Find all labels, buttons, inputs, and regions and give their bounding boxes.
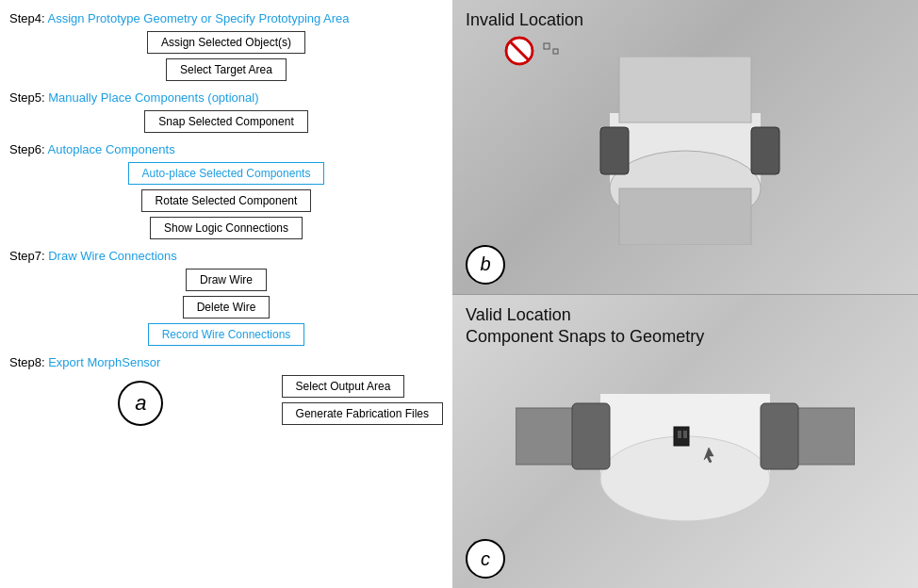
step4-heading: Step4: Assign Prototype Geometry or Spec… [9,11,443,25]
step7-main: Draw Wire Connections [48,249,177,263]
generate-fabrication-files-button[interactable]: Generate Fabrication Files [282,402,443,425]
svg-rect-8 [600,127,629,174]
connector-body-bottom [516,342,855,531]
step5-optional: (optional) [205,90,259,105]
select-target-area-button[interactable]: Select Target Area [166,58,287,81]
svg-rect-10 [619,57,751,122]
record-wire-connections-button[interactable]: Record Wire Connections [148,323,305,346]
circle-a-label: a [118,381,163,426]
step4-main: Assign Prototype Geometry or Specify Pro… [47,11,349,25]
autoplace-selected-components-button[interactable]: Auto-place Selected Components [128,162,325,185]
svg-rect-11 [619,188,751,245]
step4-prefix: Step4: [9,11,47,25]
connector-body-top [525,57,845,245]
circle-b-label: b [466,245,505,285]
step7-prefix: Step7: [9,249,48,263]
svg-rect-20 [678,431,681,438]
svg-point-16 [600,436,770,521]
step5-main: Manually Place Components [48,90,204,105]
rotate-selected-component-button[interactable]: Rotate Selected Component [141,189,312,212]
svg-rect-4 [553,49,558,54]
snap-selected-component-button[interactable]: Snap Selected Component [144,110,307,133]
step5-heading: Step5: Manually Place Components (option… [9,90,443,105]
invalid-location-label: Invalid Location [466,9,583,31]
step7-section: Step7: Draw Wire Connections Draw Wire D… [9,249,443,346]
step7-heading: Step7: Draw Wire Connections [9,249,443,263]
step8-section: Step8: Export MorphSensor a Select Outpu… [9,355,443,430]
invalid-location-image: Invalid Location b [452,0,918,294]
step5-section: Step5: Manually Place Components (option… [9,90,443,133]
svg-rect-17 [572,403,610,469]
step4-section: Step4: Assign Prototype Geometry or Spec… [9,11,443,81]
step6-section: Step6: Autoplace Components Auto-place S… [9,142,443,239]
step6-main: Autoplace Components [47,142,174,156]
circle-c-label: c [466,539,505,579]
svg-rect-3 [544,43,549,49]
left-panel: Step4: Assign Prototype Geometry or Spec… [0,0,452,588]
step5-prefix: Step5: [9,90,48,105]
svg-rect-18 [761,403,798,469]
select-output-area-button[interactable]: Select Output Area [282,375,405,398]
svg-rect-9 [751,127,779,174]
step6-heading: Step6: Autoplace Components [9,142,443,156]
svg-rect-21 [683,431,687,438]
step6-prefix: Step6: [9,142,47,156]
step8-main: Export MorphSensor [48,355,160,369]
show-logic-connections-button[interactable]: Show Logic Connections [150,217,303,239]
step8-prefix: Step8: [9,355,48,369]
assign-selected-objects-button[interactable]: Assign Selected Object(s) [147,31,305,54]
delete-wire-button[interactable]: Delete Wire [183,296,270,318]
valid-location-image: Valid Location Component Snaps to Geomet… [452,295,918,589]
right-panel: Invalid Location b [452,0,918,588]
step8-heading: Step8: Export MorphSensor [9,355,443,369]
draw-wire-button[interactable]: Draw Wire [186,269,267,291]
